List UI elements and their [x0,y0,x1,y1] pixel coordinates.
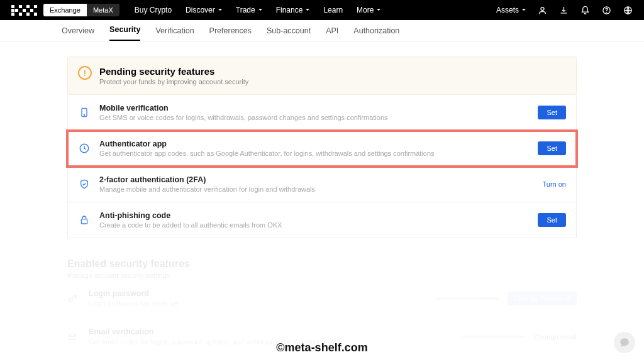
security-row-anti-phishing: Anti-phishing code Create a code to be a… [67,202,577,238]
shield-icon [78,178,91,190]
svg-point-0 [541,7,544,10]
change-password-button[interactable]: Change Password [508,292,577,305]
set-button[interactable]: Set [538,141,566,155]
nav-finance[interactable]: Finance [276,6,310,14]
row-desc: Login password has been set [89,300,427,307]
main-content: ! Pending security features Protect your… [67,57,577,356]
subnav-preferences[interactable]: Preferences [209,26,252,41]
chevron-down-icon [521,6,526,14]
phone-icon [78,107,91,118]
key-icon [67,293,80,304]
row-desc: Get authenticator app codes, such as Goo… [99,150,529,157]
row-title: 2-factor authentication (2FA) [99,175,533,184]
primary-nav-links: Buy Crypto Discover Trade Finance Learn … [135,6,381,14]
subnav-security[interactable]: Security [109,25,140,41]
chevron-down-icon [375,6,380,14]
row-desc: Get SMS or voice codes for logins, withd… [99,114,529,121]
user-icon[interactable] [537,5,547,15]
nav-right: Assets [496,5,633,15]
brand-logo[interactable] [11,5,37,16]
row-desc: Get email codes for logins, password upd… [89,338,453,346]
pending-title: Pending security features [99,66,248,77]
pending-subtitle: Protect your funds by improving account … [99,78,248,85]
mode-toggle: Exchange MetaX [43,4,119,16]
row-title: Authenticator app [99,140,529,148]
chevron-down-icon [257,6,262,14]
bell-icon[interactable] [580,5,590,15]
subnav-api[interactable]: API [326,26,338,41]
watermark-text: ©meta-shelf.com [276,341,367,354]
change-email-link[interactable]: Change email [534,333,577,341]
subnav-sub-account[interactable]: Sub-account [267,26,311,41]
mail-icon [67,332,80,341]
subnav-overview[interactable]: Overview [62,26,94,41]
mode-metax[interactable]: MetaX [87,4,119,16]
globe-icon[interactable] [623,5,633,15]
download-icon[interactable] [558,5,569,15]
row-title: Anti-phishing code [99,211,529,220]
enabled-subtitle: Manage account security settings [67,272,577,279]
help-icon[interactable] [601,5,611,15]
security-row-2fa: 2-factor authentication (2FA) Manage mob… [67,167,577,202]
set-button[interactable]: Set [538,213,566,227]
warning-icon: ! [78,66,92,80]
chevron-down-icon [304,6,309,14]
nav-trade[interactable]: Trade [236,6,262,14]
svg-rect-7 [81,219,87,224]
subnav-authorization[interactable]: Authorization [353,26,399,41]
turn-on-link[interactable]: Turn on [542,180,566,188]
top-navbar: Exchange MetaX Buy Crypto Discover Trade… [0,0,644,20]
account-subnav: Overview Security Verification Preferenc… [0,20,644,41]
nav-discover[interactable]: Discover [186,6,222,14]
nav-assets[interactable]: Assets [496,6,526,14]
row-desc: Create a code to be added to all authent… [99,221,529,229]
subnav-verification[interactable]: Verification [155,26,194,41]
pending-banner: ! Pending security features Protect your… [67,57,577,95]
lock-icon [78,214,91,226]
strength-bar [462,336,525,338]
row-title: Email verification [89,327,453,336]
nav-buy-crypto[interactable]: Buy Crypto [135,6,172,14]
row-desc: Manage mobile and authenticator verifica… [99,185,533,193]
nav-learn[interactable]: Learn [323,6,343,14]
enabled-title: Enabled security features [67,258,577,270]
mode-exchange[interactable]: Exchange [43,4,87,16]
svg-point-5 [84,114,84,115]
nav-more[interactable]: More [357,6,380,14]
chat-bubble-icon[interactable] [614,332,635,353]
security-row-mobile-verification: Mobile verification Get SMS or voice cod… [67,95,577,131]
enabled-row-login-password: Login password Login password has been s… [67,279,577,317]
chevron-down-icon [217,6,222,14]
strength-bar [436,297,499,300]
svg-point-2 [606,12,607,13]
security-row-authenticator-app: Authenticator app Get authenticator app … [67,131,577,167]
authenticator-icon [78,143,91,154]
set-button[interactable]: Set [538,106,566,119]
row-title: Login password [89,289,427,298]
row-title: Mobile verification [99,104,529,112]
